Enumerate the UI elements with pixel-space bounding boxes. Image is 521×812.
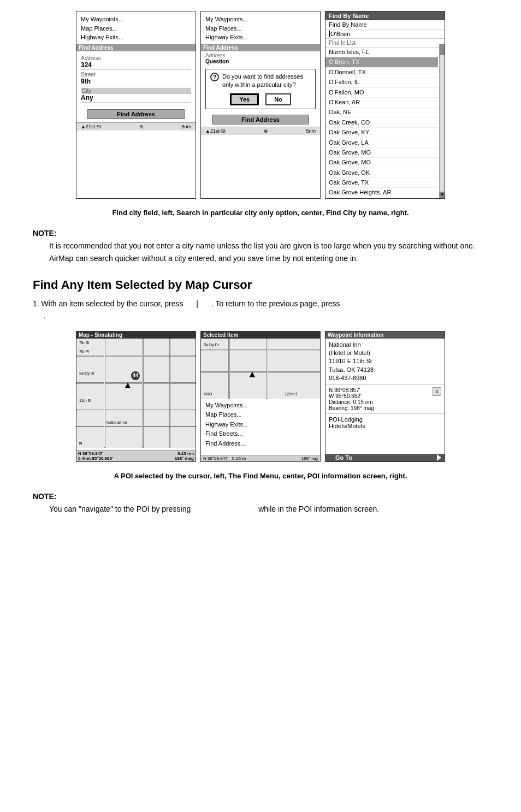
list-item[interactable]: O'Fallon, MO <box>325 88 438 98</box>
list-item[interactable]: Oak Grove, MO <box>325 148 438 158</box>
list-item[interactable]: Oak Grove, LA <box>325 138 438 148</box>
wp-header: Waypoint Information <box>325 331 445 339</box>
list-item[interactable]: Oak Grove, OK <box>325 168 438 178</box>
street-h1 <box>76 355 196 357</box>
map-cursor-arrow: ▲ <box>123 380 133 391</box>
dialog-area: ? Do you want to find addresses only wit… <box>201 66 320 113</box>
sel-footer-right: 198°mag <box>301 456 318 461</box>
yes-button[interactable]: Yes <box>230 93 259 105</box>
wp-cat2: Hotels/Motels <box>329 423 441 429</box>
sel-menu-item-waypoints[interactable]: My Waypoints... <box>205 401 316 411</box>
dialog-buttons: Yes No <box>210 93 311 105</box>
wp-phone: 918-437-8980 <box>329 374 441 382</box>
north-indicator: N <box>79 441 82 445</box>
sel-label-123: 123rd E <box>285 392 298 396</box>
menu-item-highway2: Highway Exits... <box>205 33 316 42</box>
wp-name: National Inn <box>329 341 441 349</box>
wp-coords: N 36°08.857' W 95°50.662' Distance: 0.15… <box>325 385 445 414</box>
sel-label-skelly: Sk·Dy·Dr <box>204 343 219 347</box>
sel-label-nro: NRO <box>204 392 212 396</box>
scroll-down-arrow[interactable]: ▼ <box>440 192 445 198</box>
sel-footer: N 36°08.847' 0.15nm 198°mag <box>201 455 320 461</box>
list-item[interactable]: Oak Grove Heights, AR <box>325 188 438 198</box>
note1-section: NOTE: It is recommended that you not ent… <box>33 229 488 264</box>
list-item[interactable]: Nurmi Isles, FL <box>325 48 438 57</box>
screen3-top-header: Find By Name <box>325 11 445 20</box>
sel-street-v2 <box>267 339 268 399</box>
sel-footer-left: N 36°08.847' 0.15nm <box>203 456 246 461</box>
sel-menu-item-highway[interactable]: Highway Exits... <box>205 420 316 430</box>
street-v3 <box>169 339 170 448</box>
sel-menu-item-streets[interactable]: Find Streets... <box>205 429 316 439</box>
waypoint-info-screen: Waypoint Information National Inn (Hotel… <box>325 331 445 462</box>
menu-item-waypoints: My Waypoints... <box>81 15 191 24</box>
list-item[interactable]: Oak, NE <box>325 108 438 117</box>
street-label: Street <box>81 72 191 78</box>
list-item[interactable]: Oak Grove, KY <box>325 128 438 138</box>
scrollbar[interactable]: ▼ <box>439 44 445 198</box>
sel-cursor: ▲ <box>247 369 257 380</box>
list-item[interactable]: O'Kean, AR <box>325 98 438 108</box>
input-row[interactable]: O'Brien <box>325 29 445 39</box>
footer-coords-left: N 36°08.847' 0.4nm 95°50.665' <box>78 451 113 461</box>
wp-coord-n: N 36°08.857' <box>329 387 428 393</box>
address-label: Address <box>81 55 191 61</box>
go-to-container[interactable]: Go To <box>329 454 352 461</box>
address-label2: Address <box>205 52 316 58</box>
selected-map-area: ▲ Sk·Dy·Dr NRO 123rd E <box>201 339 320 399</box>
street-v2 <box>142 339 144 448</box>
list-item[interactable]: O'Donnell, TX <box>325 68 438 78</box>
sel-street-h2 <box>201 371 320 373</box>
screen1-map-bar: ▲21st·St ⊕ 5nm <box>76 122 196 131</box>
dialog-text: Do you want to find addresses only withi… <box>210 73 311 90</box>
note2-text-start: You can "navigate" to the POI by pressin… <box>49 505 191 513</box>
wp-bearing: Bearing: 198° mag <box>329 405 428 411</box>
compass-icon2: ⊕ <box>264 128 268 134</box>
go-to-label: Go To <box>335 454 352 461</box>
body-text1-mid: . To return to the previous page, press <box>211 299 340 308</box>
list-item[interactable]: Oak Grove, MO <box>325 158 438 168</box>
sel-street-v1 <box>228 339 230 399</box>
screen2-section-header: Find Address <box>201 44 320 51</box>
address-value: 324 <box>81 61 191 70</box>
list-item[interactable]: O'Fallon, IL <box>325 78 438 87</box>
note1-text: It is recommended that you not enter a c… <box>49 240 488 264</box>
wp-footer: Go To <box>325 454 445 461</box>
menu-item-highway: Highway Exits... <box>81 33 191 42</box>
no-button[interactable]: No <box>265 93 291 105</box>
list-item[interactable]: Oak Creek, CO <box>325 118 438 128</box>
find-address-button2[interactable]: Find Address <box>212 115 309 125</box>
body-text1-start: 1. With an item selected by the cursor, … <box>33 299 183 308</box>
dialog-box: ? Do you want to find addresses only wit… <box>205 69 316 110</box>
list-item[interactable]: Oak Grove, TX <box>325 178 438 188</box>
sel-menu-item-address[interactable]: Find Address... <box>205 439 316 449</box>
city-label: City <box>81 88 191 94</box>
list-item[interactable]: O'Brien, TX <box>325 57 438 67</box>
street-value: 9th <box>81 78 191 86</box>
screen2-map-bar: ▲21st·St ⊕ 5nm <box>201 127 320 135</box>
go-to-left-arrow <box>329 454 333 461</box>
street-h2 <box>76 382 196 384</box>
screen1-form: Address 324 Street 9th City Any <box>76 51 196 106</box>
sel-menu-item-map-places[interactable]: Map Places... <box>205 410 316 420</box>
map-sim-header: Map - Simulating <box>76 331 196 339</box>
pipe-symbol: | <box>196 299 198 308</box>
city-list: Nurmi Isles, FL O'Brien, TX O'Donnell, T… <box>325 48 445 198</box>
bottom-screenshots-row: Map - Simulating 7th St 7th Pl Sk·Dy·Dr … <box>33 331 488 462</box>
screen2-menu: My Waypoints... Map Places... Highway Ex… <box>201 11 320 44</box>
scale-label: 5nm <box>181 124 191 129</box>
compass-icon: ⊕ <box>139 124 144 129</box>
wp-coord-w: W 95°50.662' <box>329 393 428 399</box>
street-label-7p: 7th Pl <box>79 349 89 353</box>
footer-coords-right: 0.15 nm 198° mag <box>175 451 194 461</box>
national-inn-label: National Inn <box>106 420 127 424</box>
map-simulation-screen: Map - Simulating 7th St 7th Pl Sk·Dy·Dr … <box>76 331 196 462</box>
map-label-21st: ▲21st·St <box>81 124 101 129</box>
screen1-find-address: My Waypoints... Map Places... Highway Ex… <box>76 11 196 199</box>
find-address-button[interactable]: Find Address <box>87 109 185 119</box>
city-value: Any <box>81 94 191 103</box>
wp-body: National Inn (Hotel or Motel) 11910 E 11… <box>325 339 445 386</box>
sel-street-h1 <box>201 349 320 351</box>
wp-coords-text: N 36°08.857' W 95°50.662' Distance: 0.15… <box>329 387 428 411</box>
scale-label2: 5nm <box>306 128 316 134</box>
